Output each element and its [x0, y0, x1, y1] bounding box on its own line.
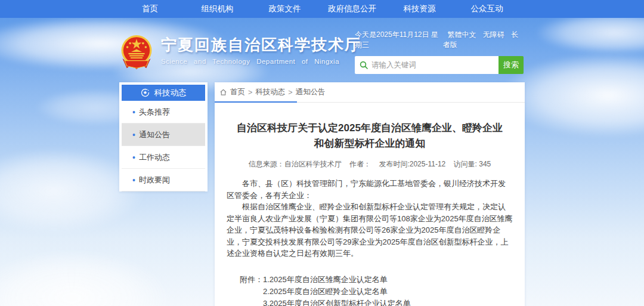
national-emblem-logo — [119, 35, 154, 70]
nav-item-sci-resources[interactable]: 科技资源 — [386, 0, 453, 18]
sidebar-item-label: 头条推荐 — [139, 107, 170, 118]
link-accessibility[interactable]: 无障碍 — [483, 30, 504, 39]
breadcrumb-home[interactable]: 首页 — [230, 87, 245, 97]
attachments-label: 附件： — [240, 274, 263, 306]
site-brand[interactable]: 宁夏回族自治区科学技术厅 Science and Technology Depa… — [119, 35, 361, 70]
nav-item-organization[interactable]: 组织机构 — [184, 0, 251, 18]
bullet-dot-icon: • — [132, 130, 135, 140]
attachment-link-3[interactable]: 3.2025年度自治区创新型标杆企业认定名单 — [263, 298, 411, 306]
breadcrumb-sci-trends[interactable]: 科技动态 — [255, 87, 285, 97]
breadcrumb-notices[interactable]: 通知公告 — [296, 87, 326, 97]
breadcrumb: 首页 > 科技动态 > 通知公告 — [215, 82, 525, 103]
breadcrumb-separator: > — [248, 88, 252, 97]
attachment-link-2[interactable]: 2.2025年度自治区瞪羚企业认定名单 — [263, 286, 411, 298]
article-title: 自治区科技厅关于认定2025年度自治区雏鹰企业、瞪羚企业 和创新型标杆企业的通知 — [227, 120, 513, 152]
content-panel: 首页 > 科技动态 > 通知公告 自治区科技厅关于认定2025年度自治区雏鹰企业… — [215, 82, 525, 306]
attachment-link-1[interactable]: 1.2025年度自治区雏鹰企业认定名单 — [263, 274, 411, 286]
search-button[interactable]: 搜索 — [499, 56, 524, 74]
article-title-line1: 自治区科技厅关于认定2025年度自治区雏鹰企业、瞪羚企业 — [227, 120, 513, 136]
article-paragraph: 根据自治区雏鹰企业、瞪羚企业和创新型标杆企业认定管理有关规定，决定认定半亩良人农… — [227, 201, 513, 259]
sidebar-item-label: 工作动态 — [139, 152, 170, 163]
article-meta: 信息来源：自治区科学技术厅 作者： 发布时间:2025-11-12 访问量: 3… — [227, 159, 513, 169]
nav-item-home[interactable]: 首页 — [116, 0, 184, 18]
meta-source: 信息来源：自治区科学技术厅 — [249, 160, 342, 168]
search-bar: 搜索 — [355, 56, 524, 74]
bullet-dot-icon: • — [132, 107, 135, 117]
sidebar-item-work-trends[interactable]: • 工作动态 — [122, 146, 205, 169]
article-paragraph: 各市、县（区）科技管理部门，宁东能源化工基地管委会，银川经济技术开发区管委会，各… — [227, 178, 513, 201]
search-input[interactable] — [371, 61, 494, 69]
current-date: 今天是2025年11月12日 星期三 — [355, 30, 442, 50]
meta-author: 作者： — [349, 160, 371, 168]
sidebar-item-headlines[interactable]: • 头条推荐 — [122, 101, 205, 123]
sidebar-item-notices[interactable]: • 通知公告 — [122, 123, 205, 146]
sidebar-item-label: 时政要闻 — [139, 175, 170, 186]
breadcrumb-separator: > — [288, 88, 292, 97]
nav-item-public-interaction[interactable]: 公众互动 — [453, 0, 521, 18]
site-subtitle: Science and Technology Department of Nin… — [161, 58, 361, 65]
sidebar-title: 科技动态 — [154, 88, 187, 98]
sidebar-item-label: 通知公告 — [139, 129, 170, 140]
meta-publish-time: 发布时间:2025-11-12 — [379, 160, 445, 168]
bullet-dot-icon: • — [132, 153, 135, 162]
sidebar-header: 科技动态 — [122, 85, 205, 101]
article-body: 各市、县（区）科技管理部门，宁东能源化工基地管委会，银川经济技术开发区管委会，各… — [227, 178, 513, 259]
attachments-block: 附件： 1.2025年度自治区雏鹰企业认定名单 2.2025年度自治区瞪羚企业认… — [240, 274, 513, 306]
sidebar: 科技动态 • 头条推荐 • 通知公告 • 工作动态 • 时政要闻 — [119, 82, 208, 191]
site-header: 宁夏回族自治区科学技术厅 Science and Technology Depa… — [0, 18, 644, 82]
meta-visit-count: 访问量: 345 — [454, 160, 491, 168]
article-title-line2: 和创新型标杆企业的通知 — [227, 136, 513, 152]
top-nav: 首页 组织机构 政策文件 政府信息公开 科技资源 公众互动 — [0, 0, 644, 18]
star-circle-icon — [141, 88, 150, 97]
link-traditional-chinese[interactable]: 繁體中文 — [447, 30, 476, 39]
search-icon — [360, 61, 368, 69]
site-title: 宁夏回族自治区科学技术厅 — [161, 36, 361, 54]
nav-item-gov-info[interactable]: 政府信息公开 — [318, 0, 386, 18]
sidebar-item-current-affairs[interactable]: • 时政要闻 — [122, 169, 205, 191]
home-icon — [219, 88, 227, 96]
nav-item-policy-docs[interactable]: 政策文件 — [251, 0, 318, 18]
bullet-dot-icon: • — [132, 175, 135, 185]
